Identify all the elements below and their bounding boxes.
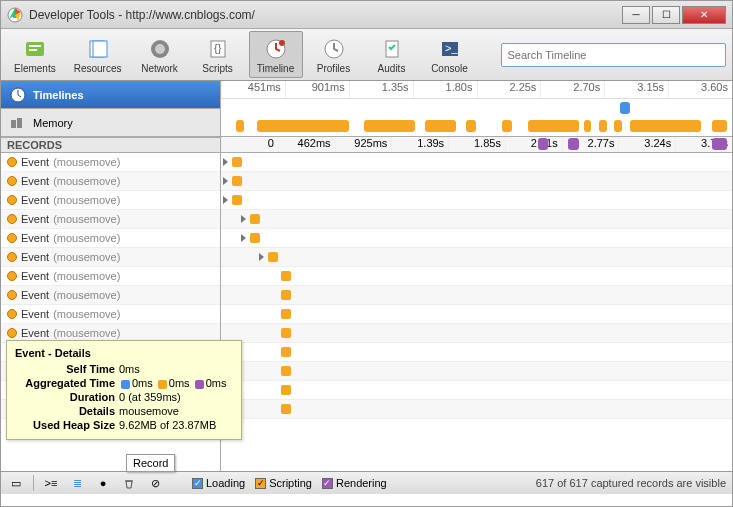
record-row[interactable]: Event(mousemove) [1,305,220,324]
timeline-row[interactable] [221,305,732,324]
titlebar: Developer Tools - http://www.cnblogs.com… [1,1,732,29]
expand-icon[interactable] [223,177,228,185]
timeline-row[interactable] [221,362,732,381]
clear-button[interactable] [120,475,138,491]
timeline-icon [263,36,289,62]
timeline-row[interactable] [221,286,732,305]
tab-audits[interactable]: Audits [365,31,419,78]
event-marker [281,366,291,376]
timeline-row[interactable] [221,172,732,191]
record-row[interactable]: Event(mousemove) [1,210,220,229]
timeline-row[interactable] [221,267,732,286]
records-header: RECORDS [1,137,220,153]
event-marker [281,309,291,319]
event-dot-icon [7,214,17,224]
expand-icon[interactable] [241,215,246,223]
maximize-button[interactable]: ☐ [652,6,680,24]
event-marker [268,252,278,262]
record-row[interactable]: Event(mousemove) [1,153,220,172]
ruler-tick: 451ms [221,81,285,98]
legend-rendering[interactable]: ✓Rendering [322,477,387,489]
timeline-body[interactable] [221,153,732,471]
tab-scripts[interactable]: {} Scripts [191,31,245,78]
overview-pane[interactable]: 451ms901ms1.35s1.80s2.25s2.70s3.15s3.60s [221,81,732,137]
tab-network[interactable]: Network [133,31,187,78]
console-toggle[interactable]: >≡ [42,475,60,491]
svg-rect-6 [93,41,107,57]
ruler-tick: 3.60s [668,81,732,98]
status-text: 617 of 617 captured records are visible [536,477,726,489]
event-dot-icon [7,157,17,167]
event-details-tooltip: Event - Details Self Time0ms Aggregated … [6,340,242,440]
network-icon [147,36,173,62]
expand-icon[interactable] [241,234,246,242]
ruler-tick: 1.80s [413,81,477,98]
event-dot-icon [7,328,17,338]
event-marker [281,328,291,338]
ruler-tick: 2.25s [477,81,541,98]
event-marker [281,404,291,414]
window-title: Developer Tools - http://www.cnblogs.com… [29,8,622,22]
event-marker [232,176,242,186]
tab-timeline[interactable]: Timeline [249,31,303,78]
record-row[interactable]: Event(mousemove) [1,229,220,248]
event-marker [250,214,260,224]
tab-resources[interactable]: Resources [67,31,129,78]
record-row[interactable]: Event(mousemove) [1,248,220,267]
svg-rect-4 [29,49,37,51]
svg-rect-3 [29,45,41,47]
event-dot-icon [7,195,17,205]
record-row[interactable]: Event(mousemove) [1,286,220,305]
elements-icon [22,36,48,62]
timeline-row[interactable] [221,153,732,172]
ruler-tick: 1.35s [349,81,413,98]
timeline-row[interactable] [221,343,732,362]
timeline-row[interactable] [221,400,732,419]
legend-loading[interactable]: ✓Loading [192,477,245,489]
event-marker [250,233,260,243]
event-dot-icon [7,309,17,319]
expand-icon[interactable] [223,158,228,166]
ruler-tick: 3.15s [604,81,668,98]
toolbar: Elements Resources Network {} Scripts Ti… [1,29,732,81]
dock-button[interactable]: ▭ [7,475,25,491]
legend-scripting[interactable]: ✓Scripting [255,477,312,489]
record-row[interactable]: Event(mousemove) [1,267,220,286]
clock-icon [9,86,27,104]
expand-icon[interactable] [259,253,264,261]
panel-timelines[interactable]: Timelines [1,81,220,109]
tab-console[interactable]: >_ Console [423,31,477,78]
profiles-icon [321,36,347,62]
event-marker [281,385,291,395]
record-button[interactable]: ● [94,475,112,491]
event-dot-icon [7,176,17,186]
minimize-button[interactable]: ─ [622,6,650,24]
ruler-tick: 2.70s [540,81,604,98]
svg-point-8 [155,44,165,54]
audits-icon [379,36,405,62]
tab-profiles[interactable]: Profiles [307,31,361,78]
event-dot-icon [7,271,17,281]
filter-button[interactable]: ⊘ [146,475,164,491]
timeline-row[interactable] [221,324,732,343]
timeline-row[interactable] [221,191,732,210]
timeline-row[interactable] [221,381,732,400]
search-input[interactable] [501,43,727,67]
event-dot-icon [7,290,17,300]
panel-memory[interactable]: Memory [1,109,220,137]
record-row[interactable]: Event(mousemove) [1,172,220,191]
chrome-icon [7,7,23,23]
event-marker [232,195,242,205]
record-row[interactable]: Event(mousemove) [1,191,220,210]
timeline-row[interactable] [221,248,732,267]
expand-icon[interactable] [223,196,228,204]
timeline-row[interactable] [221,229,732,248]
timeline-row[interactable] [221,210,732,229]
svg-text:>_: >_ [445,42,458,54]
svg-rect-19 [17,118,22,128]
close-button[interactable]: ✕ [682,6,726,24]
list-button[interactable]: ≣ [68,475,86,491]
svg-text:{}: {} [214,42,222,54]
tab-elements[interactable]: Elements [7,31,63,78]
statusbar: ▭ >≡ ≣ ● ⊘ ✓Loading ✓Scripting ✓Renderin… [1,471,732,494]
